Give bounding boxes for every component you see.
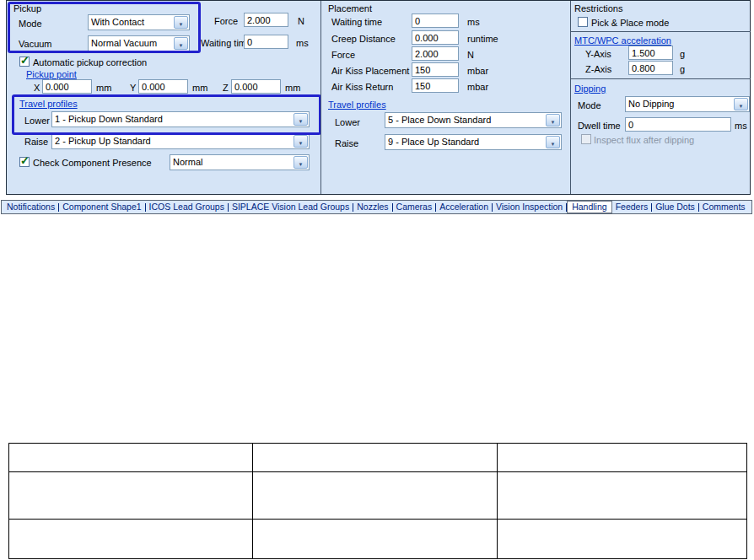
tab-cameras[interactable]: Cameras [393, 202, 436, 213]
pick-and-place-mode-checkbox[interactable] [578, 17, 588, 27]
dipping-title: Dipping [574, 83, 606, 94]
tab-nozzles[interactable]: Nozzles [353, 202, 391, 213]
section-divider [320, 1, 321, 194]
pickup-vacuum-dropdown-button[interactable] [174, 37, 188, 50]
pickup-mode-dropdown-button[interactable] [174, 16, 188, 29]
pickup-point-z-label: Z [223, 83, 229, 93]
pickup-force-unit: N [298, 16, 304, 26]
placement-field-unit: ms [467, 17, 480, 27]
placement-travel-profiles-title: Travel profiles [328, 100, 386, 110]
tab-icos-lead-groups[interactable]: ICOS Lead Groups [146, 202, 228, 213]
placement-field-label: Waiting time [331, 17, 382, 27]
dipping-mode-value: No Dipping [628, 99, 734, 110]
dwell-time-input[interactable] [625, 117, 731, 132]
y-axis-unit: g [680, 49, 685, 59]
pickup-travel-profiles-title: Travel profiles [19, 99, 78, 109]
table-cell [253, 472, 498, 520]
component-presence-select[interactable]: Normal [170, 154, 310, 170]
handling-settings-screen: Pickup Mode With Contact Vacuum Normal V… [0, 0, 754, 560]
placement-field-input[interactable] [412, 62, 459, 77]
auto-pickup-correction-checkbox[interactable] [19, 57, 30, 67]
pickup-mode-select[interactable]: With Contact [88, 14, 190, 30]
pickup-point-y-unit: mm [192, 83, 207, 93]
check-component-presence-label: Check Component Presence [33, 158, 152, 168]
z-axis-input[interactable] [628, 61, 673, 75]
pickup-point-y-label: Y [130, 83, 136, 93]
component-presence-dropdown-button[interactable] [294, 156, 308, 169]
check-icon [20, 154, 30, 167]
placement-field-unit: N [467, 50, 474, 60]
dipping-mode-select[interactable]: No Dipping [625, 96, 750, 112]
chevron-down-icon [299, 137, 304, 147]
tab-acceleration[interactable]: Acceleration [436, 202, 492, 213]
section-divider [570, 78, 751, 79]
pickup-vacuum-label: Vacuum [19, 39, 52, 49]
placement-lower-select[interactable]: 5 - Place Down Standard [385, 112, 562, 128]
z-axis-label: Z-Axis [585, 64, 611, 74]
dwell-time-unit: ms [735, 121, 747, 131]
placement-lower-dropdown-button[interactable] [546, 114, 560, 127]
section-divider [570, 1, 571, 194]
placement-lower-label: Lower [335, 117, 360, 127]
inspect-flux-checkbox[interactable] [581, 134, 591, 144]
pickup-point-x-input[interactable] [42, 79, 92, 94]
placement-field-label: Air Kiss Return [331, 82, 393, 92]
placement-raise-select[interactable]: 9 - Place Up Standard [385, 134, 562, 150]
tab-bar: Notifications Component Shape1 ICOS Lead… [1, 200, 752, 214]
dipping-mode-label: Mode [578, 100, 601, 110]
pickup-lower-value: 1 - Pickup Down Standard [55, 114, 294, 125]
pickup-force-input[interactable] [244, 13, 288, 27]
check-component-presence-checkbox[interactable] [19, 157, 30, 167]
auto-pickup-correction-label: Automatic pickup correction [33, 57, 147, 67]
placement-field-unit: runtime [467, 34, 498, 44]
placement-raise-label: Raise [335, 138, 358, 148]
pickup-raise-select[interactable]: 2 - Pickup Up Standard [51, 133, 310, 149]
tab-handling[interactable]: Handling [567, 201, 611, 213]
check-icon [20, 54, 30, 67]
pickup-point-x-unit: mm [96, 83, 111, 93]
pickup-raise-dropdown-button[interactable] [294, 135, 308, 148]
pickup-vacuum-select[interactable]: Normal Vacuum [88, 35, 190, 51]
table-cell [9, 472, 253, 520]
handling-panel: Pickup Mode With Contact Vacuum Normal V… [6, 0, 751, 195]
table-cell [253, 444, 498, 472]
placement-field-label: Air Kiss Placement [331, 66, 409, 76]
tab-comments[interactable]: Comments [699, 202, 749, 213]
placement-field-input[interactable] [412, 13, 459, 28]
z-axis-unit: g [680, 64, 685, 74]
table-cell [498, 520, 746, 558]
placement-field-unit: mbar [467, 66, 488, 76]
pickup-point-z-unit: mm [285, 83, 300, 93]
tab-notifications[interactable]: Notifications [3, 202, 58, 213]
placement-section-title: Placement [328, 3, 372, 13]
table-cell [9, 520, 253, 558]
chevron-down-icon [299, 158, 304, 168]
doc-table [8, 443, 747, 559]
placement-field-input[interactable] [412, 30, 459, 45]
dipping-mode-dropdown-button[interactable] [734, 98, 748, 110]
restrictions-section-title: Restrictions [574, 3, 622, 13]
pickup-point-z-input[interactable] [231, 79, 281, 94]
chevron-down-icon [179, 39, 184, 49]
placement-field-input[interactable] [412, 78, 459, 93]
placement-field-input[interactable] [412, 46, 459, 61]
placement-raise-dropdown-button[interactable] [546, 136, 560, 148]
pickup-point-y-input[interactable] [138, 79, 188, 94]
y-axis-input[interactable] [628, 46, 673, 60]
pickup-lower-select[interactable]: 1 - Pickup Down Standard [51, 111, 310, 127]
tab-vision-inspection[interactable]: Vision Inspection [493, 202, 566, 213]
pickup-section-title: Pickup [13, 3, 41, 13]
placement-field-label: Force [331, 50, 355, 60]
chevron-down-icon [551, 137, 556, 148]
placement-raise-value: 9 - Place Up Standard [388, 137, 546, 148]
pickup-waiting-time-input[interactable] [244, 35, 288, 49]
tab-glue-dots[interactable]: Glue Dots [652, 202, 698, 213]
placement-lower-value: 5 - Place Down Standard [388, 115, 546, 126]
tab-siplace-vision-lead-groups[interactable]: SIPLACE Vision Lead Groups [229, 202, 353, 213]
pickup-lower-dropdown-button[interactable] [294, 113, 308, 126]
table-cell [9, 444, 253, 472]
tab-feeders[interactable]: Feeders [612, 202, 652, 213]
pickup-mode-label: Mode [19, 19, 42, 29]
pickup-point-title: Pickup point [26, 69, 77, 79]
tab-component-shape1[interactable]: Component Shape1 [59, 202, 144, 213]
